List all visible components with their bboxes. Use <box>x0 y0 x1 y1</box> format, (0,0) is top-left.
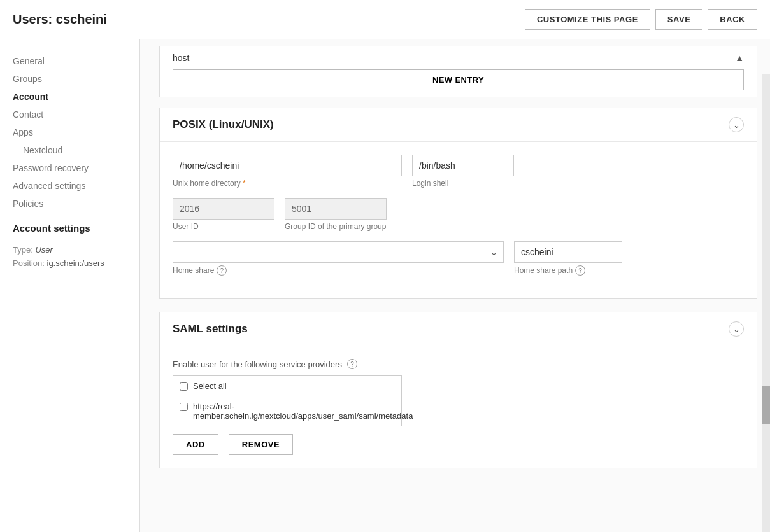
group-id-input <box>285 198 387 220</box>
user-id-group: User ID <box>173 198 274 231</box>
user-id-input <box>173 198 274 220</box>
login-shell-input[interactable] <box>412 155 514 176</box>
host-label: host <box>173 53 189 63</box>
posix-collapse-icon[interactable]: ⌄ <box>729 117 744 132</box>
unix-home-dir-group: Unix home directory * <box>173 155 402 188</box>
home-share-label: Home share ? <box>173 265 504 276</box>
page-title: Users: cscheini <box>13 12 107 27</box>
select-all-checkbox[interactable] <box>180 382 188 391</box>
unix-home-dir-label: Unix home directory * <box>173 179 402 188</box>
customize-button[interactable]: CUSTOMIZE THIS PAGE <box>525 9 650 30</box>
posix-section: POSIX (Linux/UNIX) ⌄ Unix home directory… <box>159 108 757 299</box>
posix-title: POSIX (Linux/UNIX) <box>173 118 274 131</box>
add-button[interactable]: ADD <box>173 434 218 455</box>
sidebar-meta: Type: User Position: ig.schein:/users <box>0 237 139 277</box>
new-entry-button[interactable]: NEW ENTRY <box>173 69 744 90</box>
account-settings-title: Account settings <box>0 213 139 237</box>
home-share-info-icon[interactable]: ? <box>217 265 227 276</box>
host-section: host ▲ NEW ENTRY <box>159 46 757 97</box>
save-button[interactable]: SAVE <box>655 9 703 30</box>
host-row: host ▲ <box>173 53 744 63</box>
saml-body: Enable user for the following service pr… <box>160 346 757 468</box>
sidebar-item-nextcloud[interactable]: Nextcloud <box>0 141 139 159</box>
saml-section: SAML settings ⌄ Enable user for the foll… <box>159 312 757 468</box>
saml-header: SAML settings ⌄ <box>160 312 757 346</box>
home-share-path-label: Home share path ? <box>514 265 622 276</box>
page-header: Users: cscheini CUSTOMIZE THIS PAGE SAVE… <box>0 0 770 39</box>
sidebar-item-policies[interactable]: Policies <box>0 195 139 213</box>
group-id-group: Group ID of the primary group <box>285 198 387 231</box>
position-value[interactable]: ig.schein:/users <box>47 258 104 268</box>
sidebar: General Groups Account Contact Apps Next… <box>0 39 140 532</box>
sidebar-item-contact[interactable]: Contact <box>0 106 139 123</box>
back-button[interactable]: BACK <box>708 9 757 30</box>
login-shell-group: Login shell <box>412 155 514 188</box>
required-marker: * <box>243 179 246 188</box>
home-share-input[interactable] <box>173 241 504 263</box>
home-share-select-wrap: ⌄ <box>173 241 504 263</box>
posix-row-3: ⌄ Home share ? Home share path ? <box>173 241 744 276</box>
user-id-label: User ID <box>173 222 274 231</box>
main-layout: General Groups Account Contact Apps Next… <box>0 39 770 532</box>
enable-label: Enable user for the following service pr… <box>173 359 744 369</box>
group-id-label: Group ID of the primary group <box>285 222 387 231</box>
type-label: Type: <box>13 245 33 255</box>
type-value: User <box>35 245 52 255</box>
sidebar-item-apps[interactable]: Apps <box>0 123 139 141</box>
posix-header: POSIX (Linux/UNIX) ⌄ <box>160 108 757 142</box>
saml-collapse-icon[interactable]: ⌄ <box>729 321 744 337</box>
home-share-group: ⌄ Home share ? <box>173 241 504 276</box>
home-share-path-info-icon[interactable]: ? <box>575 265 585 276</box>
home-share-path-group: Home share path ? <box>514 241 622 276</box>
posix-row-1: Unix home directory * Login shell <box>173 155 744 188</box>
position-label: Position: <box>13 258 45 268</box>
sidebar-item-password-recovery[interactable]: Password recovery <box>0 159 139 177</box>
posix-body: Unix home directory * Login shell User I… <box>160 142 757 298</box>
scrollbar-thumb[interactable] <box>762 386 770 424</box>
service-provider-checkbox[interactable] <box>180 403 188 411</box>
service-provider-label: https://real-member.schein.ig/nextcloud/… <box>193 402 413 421</box>
sidebar-item-advanced-settings[interactable]: Advanced settings <box>0 177 139 195</box>
saml-title: SAML settings <box>173 323 248 335</box>
select-all-row: Select all <box>173 376 401 396</box>
main-content: host ▲ NEW ENTRY POSIX (Linux/UNIX) ⌄ Un… <box>140 39 770 532</box>
saml-checkbox-list: Select all https://real-member.schein.ig… <box>173 375 402 426</box>
header-buttons: CUSTOMIZE THIS PAGE SAVE BACK <box>525 9 757 30</box>
sidebar-item-groups[interactable]: Groups <box>0 70 139 88</box>
saml-buttons: ADD REMOVE <box>173 434 744 455</box>
service-provider-row: https://real-member.schein.ig/nextcloud/… <box>173 396 401 426</box>
home-share-path-input[interactable] <box>514 241 622 263</box>
posix-row-2: User ID Group ID of the primary group <box>173 198 744 231</box>
sidebar-item-general[interactable]: General <box>0 52 139 70</box>
login-shell-label: Login shell <box>412 179 514 188</box>
select-all-label: Select all <box>193 381 227 391</box>
remove-button[interactable]: REMOVE <box>229 434 293 455</box>
unix-home-dir-input[interactable] <box>173 155 402 176</box>
sidebar-item-account[interactable]: Account <box>0 88 139 106</box>
enable-info-icon[interactable]: ? <box>347 359 357 369</box>
scroll-up-icon[interactable]: ▲ <box>735 53 744 63</box>
scrollbar-track <box>762 74 770 532</box>
